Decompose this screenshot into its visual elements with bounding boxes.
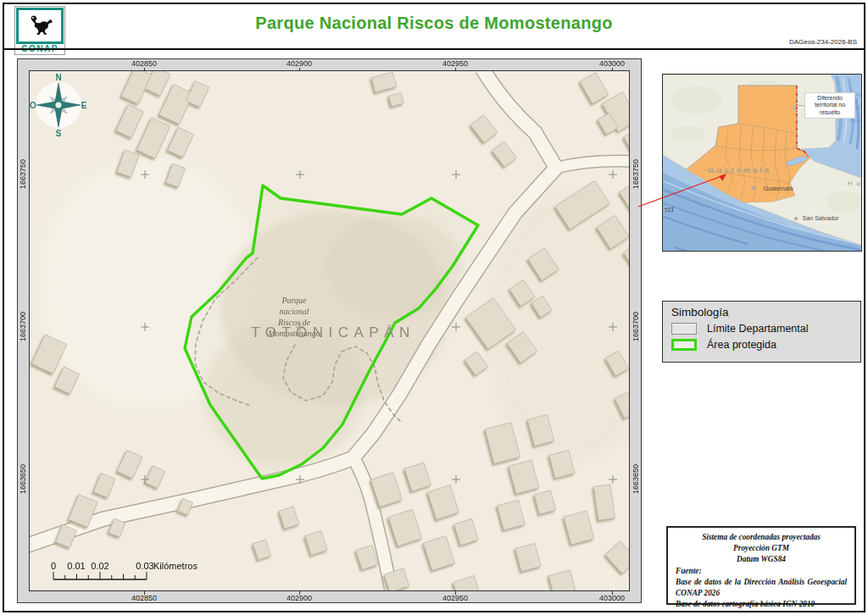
source-heading: Fuente: xyxy=(676,566,847,577)
conap-monkey-icon xyxy=(16,8,64,44)
san-salvador-label: San Salvador xyxy=(802,214,839,222)
scale-unit: Kilómetros xyxy=(153,561,198,571)
park-label-line: Parque xyxy=(281,296,307,305)
grid-label-x: 402850 xyxy=(119,593,170,604)
document-id: DAGeos-234-2026-BS xyxy=(789,38,857,46)
grid-label-x: 402850 xyxy=(119,58,170,69)
crs-line: Datum WGS84 xyxy=(676,554,847,565)
scale-label: 0.02 xyxy=(91,561,108,571)
crs-line: Sistema de coordenadas proyectadas xyxy=(676,532,847,543)
page-title: Parque Nacional Riscos de Momostenango xyxy=(102,14,766,33)
grid-label-y: 1663700 xyxy=(18,302,29,352)
legend-title: Simbología xyxy=(671,306,852,319)
compass-e: E xyxy=(81,101,87,110)
credits-box: Sistema de coordenadas proyectadas Proye… xyxy=(666,526,856,605)
scale-label: 0.01 xyxy=(67,561,85,571)
grid-label-y: 1663650 xyxy=(18,454,29,505)
country-label: Guatemala xyxy=(709,166,772,175)
territorial-dispute-note: Diferendo territorial no resuelto xyxy=(804,92,855,119)
grid-label-x: 402900 xyxy=(274,58,325,69)
belize-label-fragment: B xyxy=(793,105,797,111)
svg-text:non d: non d xyxy=(850,118,861,124)
compass-s: S xyxy=(56,129,62,138)
city-dot-guatemala xyxy=(752,186,755,190)
department-label: TOTONICAPÁN xyxy=(251,324,415,341)
inset-locator-map: B Guatemala Guatemala San Salvador H o n… xyxy=(662,74,862,252)
compass-w: O xyxy=(30,101,36,110)
grid-label-x: 403000 xyxy=(587,593,637,604)
map-sheet: CONAP Parque Nacional Riscos de Momosten… xyxy=(0,0,868,615)
grid-label-x: 402900 xyxy=(274,593,325,604)
grid-label-y: 1663750 xyxy=(631,149,642,200)
main-map-canvas: Parque nacional Riscos de Momostenango T… xyxy=(29,70,630,591)
park-label-line: nacional xyxy=(280,307,309,316)
departmental-limit-swatch xyxy=(671,323,697,335)
legend-item-departmental: Límite Departamental xyxy=(671,323,852,335)
header-divider xyxy=(4,48,864,50)
grid-label-y: 1663650 xyxy=(631,454,642,505)
protected-area-swatch xyxy=(671,339,697,351)
compass-n: N xyxy=(55,73,61,82)
scale-label: 0 xyxy=(51,561,56,571)
scale-label: 0.03 xyxy=(136,561,153,571)
legend-item-protected-area: Área protegida xyxy=(671,339,852,351)
grid-label-x: 402950 xyxy=(430,593,481,604)
city-label: Guatemala xyxy=(763,185,793,192)
legend: Simbología Límite Departamental Área pro… xyxy=(662,301,861,363)
grid-label-x: 403000 xyxy=(587,58,637,69)
honduras-label-fragment: H o n xyxy=(848,180,861,187)
grid-label-y: 1663700 xyxy=(631,302,642,352)
source-line: Base de datos de la Dirección Análisis G… xyxy=(676,577,847,599)
crs-line: Proyección GTM xyxy=(676,543,847,554)
grid-label-x: 402950 xyxy=(430,58,481,69)
city-dot-san-salvador xyxy=(794,217,798,220)
grid-label-y: 1663750 xyxy=(18,149,29,200)
source-line: Base de datos cartografía básica IGN 201… xyxy=(676,599,847,610)
main-map-panel: Parque nacional Riscos de Momostenango T… xyxy=(17,58,642,603)
